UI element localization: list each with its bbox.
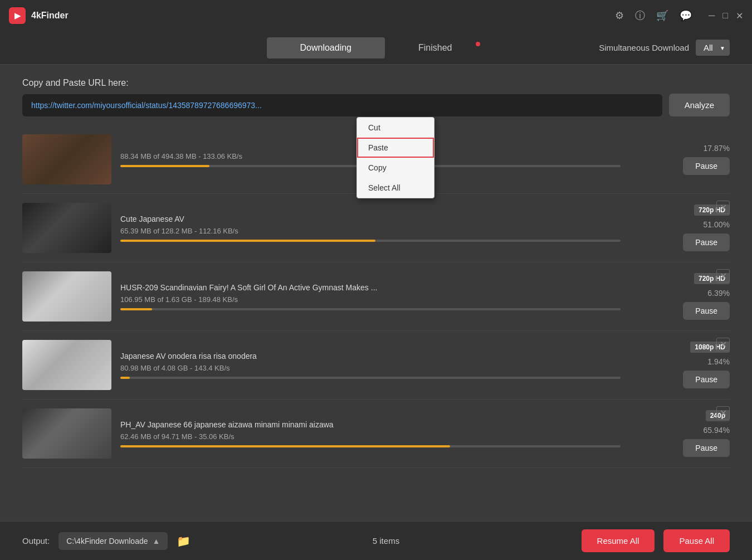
close-item-button[interactable]: ✕ [716, 269, 730, 283]
progress-bar-bg [120, 377, 621, 379]
item-info: Japanese AV onodera risa risa onodera 80… [120, 352, 621, 379]
app-title: 4kFinder [31, 11, 69, 21]
close-item-button[interactable]: ✕ [716, 201, 730, 214]
download-item: HUSR-209 Scandinavian Fairy! A Soft Girl… [22, 262, 730, 331]
item-right: 720p HD 6.39% Pause [629, 273, 730, 320]
item-right: 720p HD 51.00% Pause [629, 204, 730, 251]
close-item-button[interactable]: ✕ [716, 338, 730, 351]
item-right: 240p 65.94% Pause [629, 410, 730, 457]
pause-button[interactable]: Pause [683, 302, 730, 320]
finished-dot [476, 42, 480, 46]
item-percent: 65.94% [696, 426, 730, 435]
nav-bar: Downloading Finished Simultaneous Downlo… [0, 31, 752, 65]
simultaneous-download-section: Simultaneous Download All 1 2 3 [599, 40, 730, 56]
info-icon[interactable]: ⓘ [635, 9, 645, 22]
url-input[interactable] [22, 94, 662, 116]
simultaneous-label: Simultaneous Download [599, 43, 689, 52]
simultaneous-dropdown-wrap[interactable]: All 1 2 3 [696, 40, 730, 56]
item-info: HUSR-209 Scandinavian Fairy! A Soft Girl… [120, 283, 621, 310]
item-title: Cute Japanese AV [120, 215, 621, 223]
footer: Output: C:\4kFinder Downloade ▲ 📁 5 item… [0, 521, 752, 560]
progress-bar-fill [120, 240, 375, 242]
cart-icon[interactable]: 🛒 [656, 9, 668, 22]
item-info: PH_AV Japanese 66 japanese aizawa minami… [120, 420, 621, 447]
chat-icon[interactable]: 💬 [680, 9, 692, 22]
window-buttons: ─ □ ✕ [709, 11, 743, 21]
thumbnail [22, 203, 111, 253]
item-percent: 1.94% [696, 357, 730, 366]
url-row: Analyze [22, 94, 730, 116]
item-percent: 17.87% [696, 144, 730, 153]
title-bar: ▶ 4kFinder ⚙ ⓘ 🛒 💬 ─ □ ✕ [0, 0, 752, 31]
download-item: PH_AV Japanese 66 japanese aizawa minami… [22, 400, 730, 468]
tab-finished[interactable]: Finished [385, 37, 485, 59]
close-item-button[interactable]: ✕ [716, 406, 730, 420]
url-label: Copy and Paste URL here: [22, 78, 730, 88]
simultaneous-dropdown[interactable]: All 1 2 3 [696, 40, 730, 56]
item-stats: 62.46 MB of 94.71 MB - 35.06 KB/s [120, 432, 621, 441]
output-path-text: C:\4kFinder Downloade [66, 537, 148, 546]
download-item: Cute Japanese AV 65.39 MB of 128.2 MB - … [22, 194, 730, 262]
thumbnail [22, 408, 111, 459]
title-left: ▶ 4kFinder [9, 7, 69, 24]
output-label: Output: [22, 536, 50, 546]
pause-button[interactable]: Pause [683, 157, 730, 175]
close-button[interactable]: ✕ [736, 11, 743, 21]
folder-icon[interactable]: 📁 [177, 534, 191, 548]
context-menu-paste[interactable]: Paste [357, 138, 434, 158]
item-percent: 51.00% [696, 220, 730, 229]
thumbnail [22, 340, 111, 390]
item-right: 1080p HD 1.94% Pause [629, 342, 730, 388]
app-logo: ▶ [9, 7, 26, 24]
output-path: C:\4kFinder Downloade ▲ [58, 532, 168, 550]
context-menu: Cut Paste Copy Select All [357, 117, 434, 198]
item-title: PH_AV Japanese 66 japanese aizawa minami… [120, 420, 621, 429]
download-item: Japanese AV onodera risa risa onodera 80… [22, 331, 730, 400]
pause-button[interactable]: Pause [683, 439, 730, 457]
progress-bar-bg [120, 240, 621, 242]
settings-icon[interactable]: ⚙ [615, 9, 624, 22]
item-title: HUSR-209 Scandinavian Fairy! A Soft Girl… [120, 283, 621, 292]
path-arrow-icon: ▲ [153, 537, 160, 546]
progress-bar-bg [120, 308, 621, 310]
url-section: Copy and Paste URL here: Analyze [22, 78, 730, 116]
maximize-button[interactable]: □ [722, 11, 728, 21]
progress-bar-fill [120, 445, 450, 447]
thumbnail [22, 134, 111, 184]
title-controls: ⚙ ⓘ 🛒 💬 ─ □ ✕ [615, 9, 743, 22]
tab-downloading[interactable]: Downloading [267, 37, 385, 59]
thumbnail [22, 271, 111, 322]
context-menu-select-all[interactable]: Select All [357, 178, 434, 198]
minimize-button[interactable]: ─ [709, 11, 715, 21]
item-right: 17.87% Pause [629, 144, 730, 175]
context-menu-cut[interactable]: Cut [357, 118, 434, 138]
item-title: Japanese AV onodera risa risa onodera [120, 352, 621, 361]
pause-button[interactable]: Pause [683, 233, 730, 251]
progress-bar-fill [120, 165, 209, 167]
item-stats: 80.98 MB of 4.08 GB - 143.4 KB/s [120, 364, 621, 372]
resume-all-button[interactable]: Resume All [582, 529, 655, 552]
item-count: 5 items [199, 536, 572, 546]
progress-bar-fill [120, 377, 130, 379]
item-info: Cute Japanese AV 65.39 MB of 128.2 MB - … [120, 215, 621, 242]
progress-bar-bg [120, 445, 621, 447]
nav-tabs: Downloading Finished [267, 37, 486, 59]
item-percent: 6.39% [696, 289, 730, 298]
context-menu-copy[interactable]: Copy [357, 158, 434, 178]
item-stats: 65.39 MB of 128.2 MB - 112.16 KB/s [120, 227, 621, 235]
analyze-button[interactable]: Analyze [669, 94, 730, 116]
progress-bar-fill [120, 308, 152, 310]
pause-all-button[interactable]: Pause All [663, 529, 730, 552]
pause-button[interactable]: Pause [683, 371, 730, 388]
item-stats: 106.95 MB of 1.63 GB - 189.48 KB/s [120, 295, 621, 304]
